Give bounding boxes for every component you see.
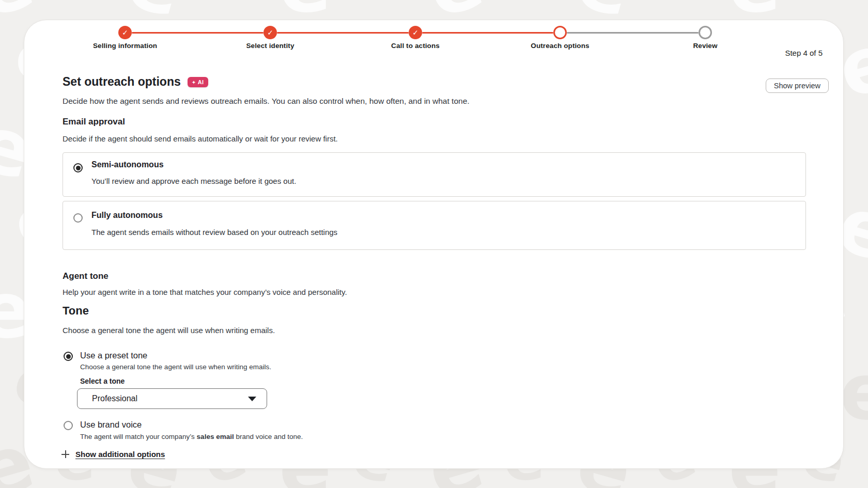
preset-tone-radio[interactable]: [64, 352, 73, 361]
ai-badge-label: AI: [198, 79, 204, 85]
step-complete-icon[interactable]: [409, 26, 422, 39]
ai-badge: AI: [188, 77, 208, 87]
semi-autonomous-radio[interactable]: [73, 163, 83, 172]
tone-heading: Tone: [63, 304, 89, 318]
semi-autonomous-label: Semi-autonomous: [91, 160, 164, 169]
chevron-down-icon: [248, 397, 256, 401]
step-complete-icon[interactable]: [118, 26, 132, 39]
step-label-review: Review: [648, 42, 762, 50]
page-title: Set outreach options AI: [63, 75, 208, 89]
option-card-fully-autonomous[interactable]: Fully autonomous The agent sends emails …: [63, 201, 806, 250]
brand-voice-description-prefix: The agent will match your company’s: [80, 433, 197, 440]
brand-voice-description: The agent will match your company’s sale…: [80, 433, 303, 440]
step-complete-icon[interactable]: [264, 26, 277, 39]
step-label-call-to-actions: Call to actions: [359, 42, 472, 50]
step-label-select-identity: Select identity: [213, 42, 327, 50]
brand-voice-description-suffix: brand voice and tone.: [234, 433, 303, 440]
show-preview-button[interactable]: Show preview: [766, 78, 829, 93]
sparkle-icon: [192, 79, 196, 85]
step-current-icon[interactable]: [553, 26, 567, 39]
email-approval-heading: Email approval: [63, 117, 125, 127]
show-additional-options-label: Show additional options: [75, 450, 165, 459]
preset-tone-description: Choose a general tone the agent will use…: [80, 363, 271, 371]
plus-icon: [61, 450, 69, 458]
fully-autonomous-description: The agent sends emails without review ba…: [91, 228, 337, 237]
fully-autonomous-radio[interactable]: [73, 213, 83, 223]
step-label-outreach-options: Outreach options: [503, 42, 617, 50]
stepper-connector: [277, 32, 409, 34]
stepper-connector: [422, 32, 553, 34]
agent-tone-heading: Agent tone: [63, 271, 109, 281]
brand-voice-description-bold: sales email: [197, 433, 234, 440]
agent-tone-description: Help your agent write in a tone that mat…: [63, 288, 347, 296]
show-additional-options-link[interactable]: Show additional options: [61, 450, 165, 459]
stepper-connector: [132, 32, 264, 34]
wizard-card: Selling information Select identity Call…: [24, 20, 844, 469]
fully-autonomous-label: Fully autonomous: [91, 211, 163, 220]
brand-voice-radio[interactable]: [64, 421, 73, 430]
tone-select-value: Professional: [92, 394, 248, 403]
brand-voice-label: Use brand voice: [80, 420, 142, 430]
stepper-connector: [567, 32, 699, 34]
step-counter: Step 4 of 5: [785, 49, 823, 57]
page-title-text: Set outreach options: [63, 75, 181, 89]
email-approval-description: Decide if the agent should send emails a…: [63, 134, 338, 143]
select-tone-label: Select a tone: [80, 377, 125, 385]
preset-tone-label: Use a preset tone: [80, 351, 147, 360]
page-subtitle: Decide how the agent sends and reviews o…: [63, 97, 470, 106]
tone-select[interactable]: Professional: [77, 388, 267, 409]
semi-autonomous-description: You’ll review and approve each message b…: [91, 177, 296, 185]
step-label-selling-information: Selling information: [68, 42, 182, 50]
option-card-semi-autonomous[interactable]: Semi-autonomous You’ll review and approv…: [63, 152, 806, 197]
step-upcoming-icon[interactable]: [699, 26, 712, 39]
tone-description: Choose a general tone the agent will use…: [63, 326, 275, 335]
